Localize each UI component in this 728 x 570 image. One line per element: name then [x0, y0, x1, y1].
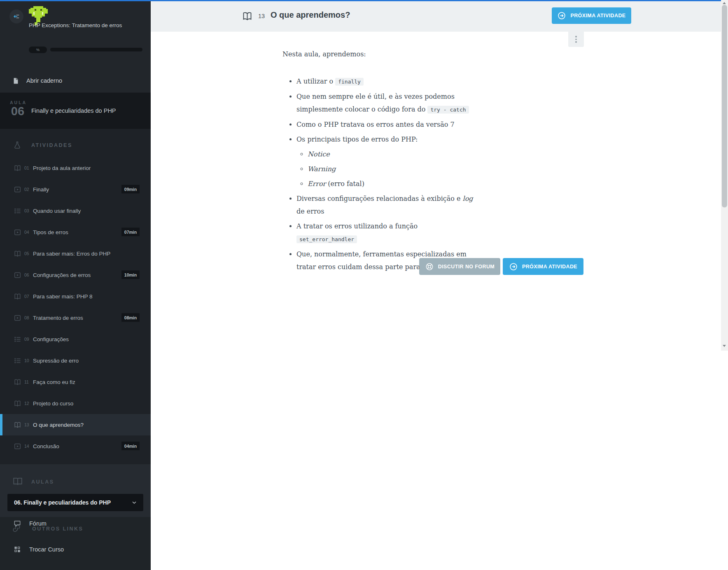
- book-open-icon: [14, 400, 21, 407]
- aulas-section: AULAS 06. Finally e peculiaridades do PH…: [0, 464, 151, 517]
- activity-label: Tratamento de erros: [33, 315, 83, 321]
- sub-bullet-item: Notice: [308, 148, 477, 161]
- lesson-select-dropdown[interactable]: 06. Finally e peculiaridades do PHP: [7, 494, 143, 511]
- activity-number: 14: [24, 444, 30, 449]
- discuss-forum-button[interactable]: DISCUTIR NO FORUM: [419, 258, 500, 275]
- activity-item[interactable]: 14 Conclusão 04min: [0, 435, 151, 457]
- sub-bullet-item: Error (erro fatal): [308, 177, 477, 190]
- current-lesson-banner: AULA 06 Finally e peculiaridades do PHP: [0, 93, 151, 129]
- emphasis-text: Notice: [308, 150, 330, 158]
- video-icon: [14, 314, 21, 322]
- open-notebook-button[interactable]: Abrir caderno: [0, 72, 151, 90]
- collapse-sidebar-button[interactable]: [9, 9, 23, 23]
- kebab-dot: [575, 36, 577, 37]
- activity-item[interactable]: 07 Para saber mais: PHP 8: [0, 286, 151, 307]
- bullet-item: Como o PHP tratava os erros antes da ver…: [296, 118, 477, 131]
- course-page: PHP Exceptions: Tratamento de erros % Ab…: [0, 0, 728, 570]
- activity-label: O que aprendemos?: [33, 422, 84, 428]
- bullet-text: A tratar os erros utilizando a função: [296, 222, 418, 230]
- other-link-label: Fórum: [29, 520, 47, 527]
- duration-badge: 09min: [121, 185, 140, 193]
- activity-item[interactable]: 06 Configurações de erros 10min: [0, 264, 151, 286]
- scrollbar-down-arrow[interactable]: [723, 345, 726, 347]
- activity-item[interactable]: 13 O que aprendemos?: [0, 414, 151, 435]
- activity-item[interactable]: 10 Supressão de erro: [0, 350, 151, 371]
- activities-header-label: ATIVIDADES: [31, 142, 72, 148]
- emphasis-text: log: [463, 195, 473, 202]
- lesson-summary-article: Nesta aula, aprendemos: A utilizar o fin…: [282, 49, 477, 275]
- activity-label: Tipos de erros: [33, 229, 68, 235]
- aulas-header-label: AULAS: [31, 479, 54, 485]
- kebab-dot: [575, 41, 577, 43]
- book-open-icon: [14, 293, 21, 300]
- duration-badge: 10min: [121, 270, 140, 279]
- sidebar: PHP Exceptions: Tratamento de erros % Ab…: [0, 1, 151, 570]
- list-icon: [14, 357, 21, 365]
- emphasis-text: Error: [308, 180, 326, 188]
- bullet-text: de erros: [296, 207, 324, 215]
- bullet-text: Diversas configurações relacionadas à ex…: [296, 195, 463, 202]
- other-link-label: Trocar Curso: [29, 546, 64, 553]
- course-progress-bar: [50, 48, 142, 51]
- activity-label: Projeto da aula anterior: [33, 165, 91, 171]
- activity-label: Supressão de erro: [33, 358, 79, 364]
- activity-item[interactable]: 03 Quando usar finally: [0, 200, 151, 221]
- duration-badge: 04min: [121, 442, 140, 450]
- book-open-icon: [14, 421, 21, 429]
- other-link-item[interactable]: Trocar Curso: [0, 543, 151, 556]
- activity-item[interactable]: 02 Finally 09min: [0, 179, 151, 200]
- activity-label: Projeto do curso: [33, 400, 73, 407]
- next-activity-button-bottom[interactable]: PRÓXIMA ATIVIDADE: [503, 258, 583, 275]
- activity-number: 09: [24, 337, 30, 342]
- activity-label: Quando usar finally: [33, 208, 81, 214]
- bullet-item: Que nem sempre ele é útil, e às vezes po…: [296, 90, 477, 116]
- activity-item[interactable]: 01 Projeto da aula anterior: [0, 157, 151, 179]
- activity-item[interactable]: 11 Faça como eu fiz: [0, 371, 151, 393]
- duration-badge: 07min: [121, 228, 140, 236]
- other-links-section: OUTROS LINKS Fórum Trocar Curso: [0, 517, 151, 570]
- scrollbar-thumb[interactable]: [722, 5, 727, 207]
- grid-icon: [13, 545, 21, 554]
- lifebuoy-icon: [425, 262, 434, 271]
- next-activity-button-top[interactable]: PRÓXIMA ATIVIDADE: [552, 7, 631, 24]
- activity-number: 11: [24, 379, 30, 384]
- document-icon: [12, 77, 19, 85]
- scrollbar-track[interactable]: [721, 0, 728, 351]
- next-activity-label: PRÓXIMA ATIVIDADE: [570, 13, 625, 19]
- activity-number: 02: [24, 187, 30, 192]
- more-options-button[interactable]: [568, 32, 584, 47]
- scrollbar-up-arrow[interactable]: [723, 2, 726, 4]
- kebab-dot: [575, 39, 577, 40]
- circle-arrow-right-icon: [509, 262, 518, 271]
- book-icon: [12, 476, 23, 487]
- activities-list: 01 Projeto da aula anterior 02 Finally 0…: [0, 157, 151, 457]
- duration-badge: 08min: [121, 313, 140, 322]
- activity-number: 08: [24, 315, 30, 320]
- activity-number: 03: [24, 208, 30, 213]
- activity-number: 04: [24, 230, 30, 235]
- book-open-icon: [14, 250, 21, 258]
- bullet-text: (erro fatal): [326, 180, 364, 188]
- activity-item[interactable]: 09 Configurações: [0, 328, 151, 350]
- activity-item[interactable]: 12 Projeto do curso: [0, 393, 151, 414]
- activity-number: 01: [24, 165, 30, 170]
- bullet-text: A utilizar o: [296, 77, 335, 85]
- activity-item[interactable]: 05 Para saber mais: Erros do PHP: [0, 243, 151, 264]
- other-link-item[interactable]: Fórum: [0, 517, 151, 530]
- next-activity-label: PRÓXIMA ATIVIDADE: [522, 264, 577, 270]
- activity-item[interactable]: 04 Tipos de erros 07min: [0, 221, 151, 243]
- activity-number: 05: [24, 251, 30, 256]
- activity-item[interactable]: 08 Tratamento de erros 08min: [0, 307, 151, 328]
- book-open-icon: [14, 164, 21, 172]
- summary-bullet-list: A utilizar o finallyQue nem sempre ele é…: [282, 75, 477, 273]
- lesson-number-block: AULA 06: [10, 100, 26, 117]
- activity-number: 13: [258, 13, 265, 19]
- activity-number: 12: [24, 401, 30, 406]
- bullet-item: A utilizar o finally: [296, 75, 477, 88]
- open-notebook-label: Abrir caderno: [26, 77, 62, 84]
- bullet-text: Como o PHP tratava os erros antes da ver…: [296, 121, 455, 128]
- activity-label: Para saber mais: Erros do PHP: [33, 251, 110, 257]
- activity-label: Para saber mais: PHP 8: [33, 293, 93, 300]
- circle-arrow-right-icon: [557, 11, 566, 20]
- lesson-number: 06: [10, 105, 26, 117]
